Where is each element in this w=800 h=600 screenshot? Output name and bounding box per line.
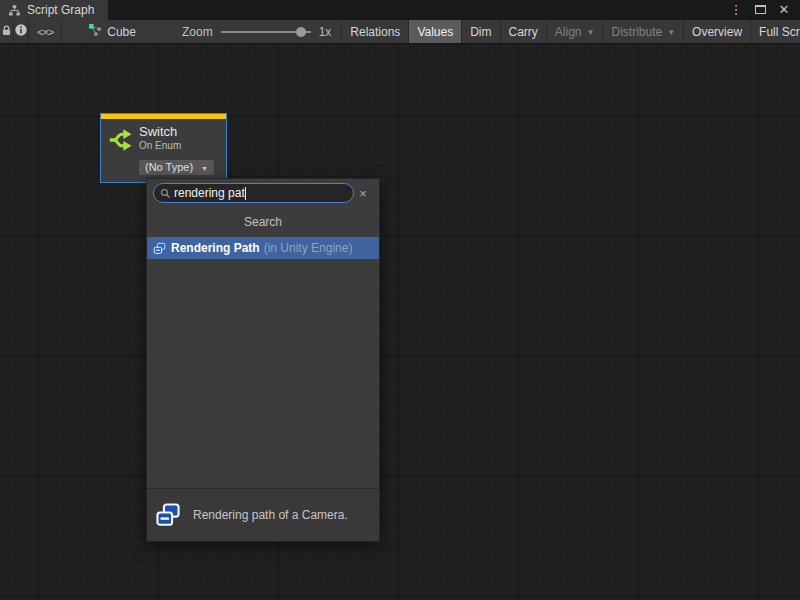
search-icon [160, 188, 171, 199]
text-caret [245, 187, 246, 200]
toolbar-button-distribute[interactable]: Distribute ▼ [603, 20, 684, 43]
graph-hierarchy-icon [8, 4, 21, 17]
inspect-button[interactable] [14, 20, 29, 43]
toolbar-button-dim[interactable]: Dim [462, 20, 500, 43]
results-section-header: Search [147, 206, 379, 237]
node-title: Switch [139, 124, 181, 140]
window-controls: ⋮ ✕ [728, 0, 800, 20]
toolbar-button-align[interactable]: Align ▼ [547, 20, 604, 43]
results-list-empty-area [147, 259, 379, 488]
button-label: Distribute [611, 25, 662, 39]
maximize-icon[interactable] [752, 2, 768, 18]
clear-search-icon[interactable]: × [356, 186, 370, 201]
dropdown-arrow-icon: ▼ [587, 28, 595, 37]
zoom-value: 1x [319, 25, 332, 39]
window-menu-icon[interactable]: ⋮ [728, 2, 744, 18]
toolbar-button-values[interactable]: Values [409, 20, 462, 43]
button-label: Relations [350, 25, 400, 39]
node-subtitle: On Enum [139, 140, 181, 152]
search-result-rendering-path[interactable]: Rendering Path (in Unity Engine) [147, 237, 379, 259]
result-name: Rendering Path [171, 241, 260, 255]
toolbar-button-overview[interactable]: Overview [684, 20, 751, 43]
lock-icon [0, 24, 13, 40]
switch-branch-icon [107, 126, 135, 154]
dropdown-arrow-icon: ▼ [201, 165, 208, 172]
toolbar-button-fullscreen[interactable]: Full Screen [751, 20, 800, 43]
graph-reference-label: Cube [107, 25, 136, 39]
button-label: Full Screen [759, 25, 800, 39]
button-label: Align [555, 25, 582, 39]
tab-script-graph[interactable]: Script Graph [0, 0, 108, 20]
node-type-dropdown[interactable]: (No Type) ▼ [139, 160, 214, 175]
info-icon [14, 23, 28, 40]
graph-canvas[interactable]: Switch On Enum (No Type) ▼ [0, 44, 800, 600]
lock-button[interactable] [0, 20, 14, 43]
toolbar-button-relations[interactable]: Relations [342, 20, 409, 43]
search-input[interactable]: rendering pat [153, 183, 354, 203]
zoom-slider-handle[interactable] [296, 27, 306, 37]
code-icon: <×> [37, 26, 53, 38]
zoom-label: Zoom [182, 25, 213, 39]
fuzzy-finder-popup: rendering pat × Search Rendering Path (i… [146, 178, 380, 542]
graph-toolbar: <×> Cube Zoom 1x Relations Val [0, 20, 800, 44]
enum-icon-large [155, 502, 181, 528]
search-input-value: rendering pat [174, 186, 245, 200]
button-label: Dim [470, 25, 491, 39]
toolbar-button-carry[interactable]: Carry [501, 20, 547, 43]
zoom-control: Zoom 1x [172, 20, 342, 43]
result-description-footer: Rendering path of a Camera. [147, 488, 379, 541]
script-graph-window: Script Graph ⋮ ✕ [0, 0, 800, 600]
zoom-slider[interactable] [221, 26, 311, 38]
button-label: Values [417, 25, 453, 39]
result-context: (in Unity Engine) [264, 241, 353, 255]
enum-icon [153, 242, 166, 255]
button-label: Carry [509, 25, 538, 39]
node-type-dropdown-value: (No Type) [145, 161, 193, 173]
tab-label: Script Graph [27, 3, 94, 17]
dropdown-arrow-icon: ▼ [667, 28, 675, 37]
graph-node-icon [88, 23, 102, 40]
graph-reference[interactable]: Cube [78, 20, 146, 43]
search-row: rendering pat × [147, 179, 379, 206]
switch-on-enum-node[interactable]: Switch On Enum (No Type) ▼ [100, 113, 227, 183]
result-description: Rendering path of a Camera. [193, 508, 348, 522]
tab-bar: Script Graph ⋮ ✕ [0, 0, 800, 20]
close-icon[interactable]: ✕ [776, 2, 792, 18]
button-label: Overview [692, 25, 742, 39]
code-preview-button[interactable]: <×> [29, 20, 62, 43]
